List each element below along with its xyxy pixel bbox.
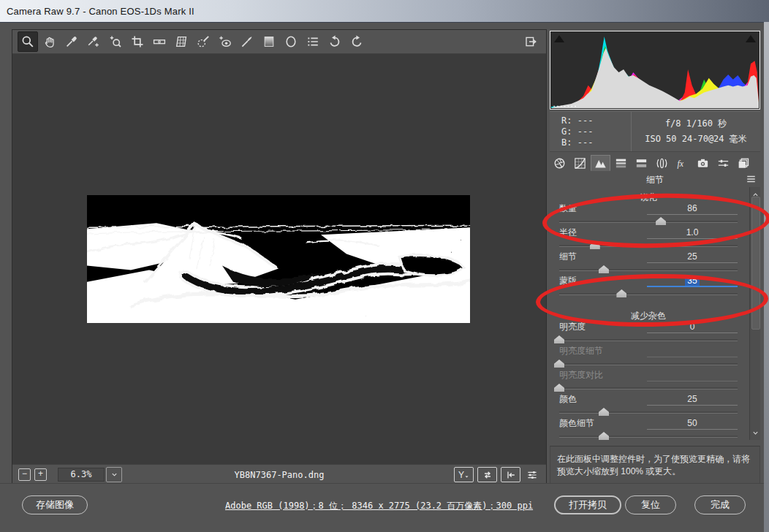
presets-icon [716,156,730,170]
tool-toggle-fullscreen[interactable] [520,31,541,52]
straighten-icon [152,34,167,49]
tool-red-eye[interactable] [215,31,235,52]
slider-track[interactable] [559,430,738,440]
basic-icon [553,156,567,170]
slider-value-field[interactable]: 1.0 [647,227,738,239]
slider-track[interactable] [559,287,738,300]
slider-value-field[interactable] [647,346,738,357]
bottom-bar: 存储图像 Adobe RGB (1998)；8 位； 8346 x 2775 (… [0,483,769,532]
split-toning-icon [634,156,648,170]
slider-track[interactable] [559,215,738,227]
image-canvas[interactable] [12,54,546,464]
tool-zoom[interactable] [18,31,38,52]
rotate-left-icon [327,34,342,49]
preview-mode-button[interactable]: Y [454,467,474,482]
exposure-line2: ISO 50 24-70@24 毫米 [645,133,747,145]
slider-thumb[interactable] [554,360,564,368]
hsl-grayscale-icon [614,156,628,170]
slider-label: 数量 [559,202,577,215]
slider-value-field[interactable]: 25 [647,251,738,263]
panel-title: 细节 [646,175,664,185]
slider-value: 50 [687,418,697,428]
scrollbar-thumb[interactable] [751,197,760,330]
tool-targeted-adjustment[interactable] [105,31,126,52]
swap-before-after-button[interactable] [477,467,497,482]
save-image-button[interactable]: 存储图像 [22,495,88,514]
copy-settings-button[interactable] [501,467,520,482]
slider-track[interactable] [559,381,738,394]
zoom-level-dropdown[interactable] [106,467,122,482]
tool-preferences[interactable] [303,31,323,52]
tool-transform[interactable] [171,31,192,52]
histogram[interactable] [550,31,760,110]
image-preview[interactable] [87,195,470,323]
tab-effects[interactable]: fx [673,155,692,171]
open-copy-button[interactable]: 打开拷贝 [554,495,621,514]
tool-rotate-left[interactable] [325,31,345,52]
tab-camera-calibration[interactable] [693,155,713,171]
tool-spot-removal[interactable] [193,31,213,52]
tab-detail[interactable] [591,155,610,171]
workflow-options-link[interactable]: Adobe RGB (1998)；8 位； 8346 x 2775 (23.2 … [225,500,533,512]
slider-thumb[interactable] [554,384,564,392]
tab-lens-corrections[interactable] [652,155,672,171]
reset-button[interactable]: 复位 [625,495,676,514]
preview-preferences-button[interactable] [524,468,540,482]
slider-value-field[interactable]: 35 [647,276,738,287]
slider-value-field[interactable]: 86 [647,203,738,215]
scroll-down-icon[interactable] [750,426,760,439]
slider-明亮度对比: 明亮度对比 [559,370,738,394]
tool-radial-filter[interactable] [281,31,301,52]
slider-明亮度细节: 明亮度细节 [559,346,738,370]
tab-presets[interactable] [713,155,733,171]
tool-graduated-filter[interactable] [259,31,279,52]
hand-icon [42,34,57,49]
spot-removal-icon [196,34,211,49]
slider-thumb[interactable] [656,217,666,225]
slider-track[interactable] [559,406,738,418]
right-panel: R: --- G: --- B: --- f/8 1/160 秒 ISO 50 … [550,29,762,484]
section-锐化: 锐化 [559,191,738,203]
tool-white-balance[interactable] [61,31,82,52]
tool-adjustment-brush[interactable] [237,31,257,52]
sliders-icon [526,469,538,481]
tool-rotate-right[interactable] [346,31,367,52]
done-button[interactable]: 完成 [694,495,746,514]
panel-scrollbar[interactable] [749,187,760,440]
zoom-out-button[interactable]: − [18,468,31,481]
slider-track[interactable] [559,357,738,370]
effects-icon: fx [675,156,689,170]
slider-value-field[interactable]: 0 [647,322,738,333]
swap-arrows-icon [482,469,493,481]
tab-hsl-grayscale[interactable] [611,155,631,171]
tab-snapshots[interactable] [734,155,754,171]
window-edge [764,22,769,532]
slider-track[interactable] [559,263,738,276]
tool-color-sampler[interactable] [83,31,104,52]
tab-basic[interactable] [550,155,569,171]
slider-thumb[interactable] [599,408,609,416]
tool-crop[interactable] [127,31,148,52]
zoom-in-button[interactable]: + [34,468,47,481]
slider-track[interactable] [559,239,738,251]
tab-split-toning[interactable] [632,155,651,171]
slider-thumb[interactable] [599,265,609,273]
tab-tone-curve[interactable] [570,155,590,171]
toolbar [12,30,546,54]
rgb-readout: R: --- G: --- B: --- [550,112,632,151]
slider-track[interactable] [559,333,738,346]
rotate-right-icon [349,34,364,49]
slider-半径: 半径1.0 [559,227,738,251]
camera-raw-window: Camera Raw 9.7 - Canon EOS-1Ds Mark II [0,0,769,532]
tool-hand[interactable] [39,31,60,52]
tool-straighten[interactable] [149,31,170,52]
slider-value-field[interactable]: 50 [647,418,738,430]
zoom-level-field[interactable]: 6.3% [58,468,105,482]
slider-thumb[interactable] [599,432,609,440]
slider-thumb[interactable] [616,289,626,297]
slider-thumb[interactable] [590,241,600,249]
slider-thumb[interactable] [554,335,564,343]
panel-menu-button[interactable] [746,174,757,184]
slider-value-field[interactable] [647,370,738,381]
slider-value-field[interactable]: 25 [647,394,738,406]
